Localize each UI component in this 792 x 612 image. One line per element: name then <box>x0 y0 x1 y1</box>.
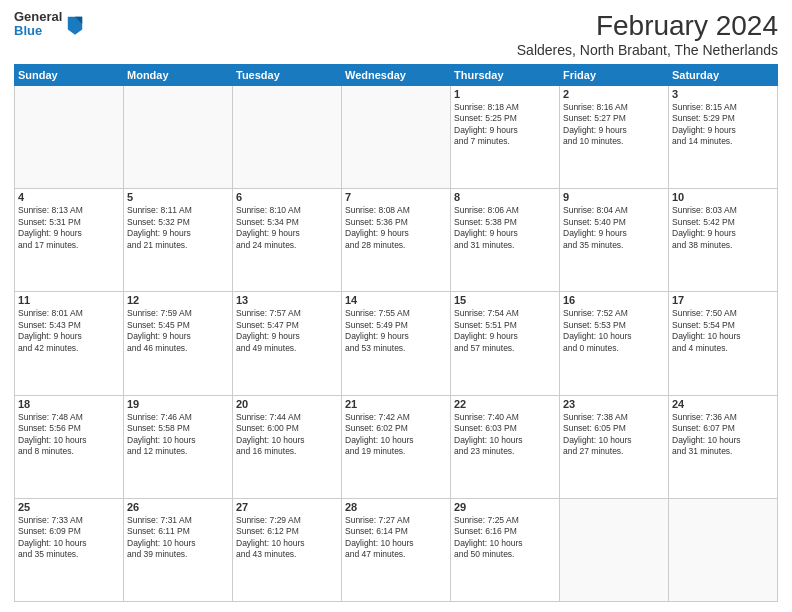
day-info: Sunrise: 8:13 AM Sunset: 5:31 PM Dayligh… <box>18 205 120 251</box>
day-number: 6 <box>236 191 338 203</box>
day-number: 14 <box>345 294 447 306</box>
day-info: Sunrise: 8:08 AM Sunset: 5:36 PM Dayligh… <box>345 205 447 251</box>
col-wednesday: Wednesday <box>342 65 451 86</box>
table-row: 6Sunrise: 8:10 AM Sunset: 5:34 PM Daylig… <box>233 189 342 292</box>
table-row: 24Sunrise: 7:36 AM Sunset: 6:07 PM Dayli… <box>669 395 778 498</box>
day-info: Sunrise: 7:25 AM Sunset: 6:16 PM Dayligh… <box>454 515 556 561</box>
day-info: Sunrise: 8:06 AM Sunset: 5:38 PM Dayligh… <box>454 205 556 251</box>
logo-text: General Blue <box>14 10 62 39</box>
day-info: Sunrise: 7:33 AM Sunset: 6:09 PM Dayligh… <box>18 515 120 561</box>
table-row <box>124 86 233 189</box>
day-number: 29 <box>454 501 556 513</box>
day-number: 26 <box>127 501 229 513</box>
day-info: Sunrise: 7:46 AM Sunset: 5:58 PM Dayligh… <box>127 412 229 458</box>
day-number: 24 <box>672 398 774 410</box>
day-info: Sunrise: 8:16 AM Sunset: 5:27 PM Dayligh… <box>563 102 665 148</box>
day-number: 25 <box>18 501 120 513</box>
col-friday: Friday <box>560 65 669 86</box>
day-number: 9 <box>563 191 665 203</box>
day-info: Sunrise: 8:04 AM Sunset: 5:40 PM Dayligh… <box>563 205 665 251</box>
col-thursday: Thursday <box>451 65 560 86</box>
calendar-week-row: 25Sunrise: 7:33 AM Sunset: 6:09 PM Dayli… <box>15 498 778 601</box>
day-number: 2 <box>563 88 665 100</box>
day-number: 21 <box>345 398 447 410</box>
day-info: Sunrise: 7:50 AM Sunset: 5:54 PM Dayligh… <box>672 308 774 354</box>
day-number: 10 <box>672 191 774 203</box>
day-number: 1 <box>454 88 556 100</box>
table-row: 2Sunrise: 8:16 AM Sunset: 5:27 PM Daylig… <box>560 86 669 189</box>
page-title: February 2024 <box>517 10 778 42</box>
day-info: Sunrise: 8:15 AM Sunset: 5:29 PM Dayligh… <box>672 102 774 148</box>
table-row: 27Sunrise: 7:29 AM Sunset: 6:12 PM Dayli… <box>233 498 342 601</box>
table-row: 22Sunrise: 7:40 AM Sunset: 6:03 PM Dayli… <box>451 395 560 498</box>
table-row: 16Sunrise: 7:52 AM Sunset: 5:53 PM Dayli… <box>560 292 669 395</box>
title-block: February 2024 Salderes, North Brabant, T… <box>517 10 778 58</box>
table-row: 13Sunrise: 7:57 AM Sunset: 5:47 PM Dayli… <box>233 292 342 395</box>
col-tuesday: Tuesday <box>233 65 342 86</box>
table-row: 5Sunrise: 8:11 AM Sunset: 5:32 PM Daylig… <box>124 189 233 292</box>
day-number: 3 <box>672 88 774 100</box>
day-info: Sunrise: 7:55 AM Sunset: 5:49 PM Dayligh… <box>345 308 447 354</box>
day-number: 7 <box>345 191 447 203</box>
col-monday: Monday <box>124 65 233 86</box>
day-info: Sunrise: 7:27 AM Sunset: 6:14 PM Dayligh… <box>345 515 447 561</box>
day-info: Sunrise: 7:40 AM Sunset: 6:03 PM Dayligh… <box>454 412 556 458</box>
day-info: Sunrise: 7:42 AM Sunset: 6:02 PM Dayligh… <box>345 412 447 458</box>
day-info: Sunrise: 7:48 AM Sunset: 5:56 PM Dayligh… <box>18 412 120 458</box>
table-row: 10Sunrise: 8:03 AM Sunset: 5:42 PM Dayli… <box>669 189 778 292</box>
day-info: Sunrise: 7:31 AM Sunset: 6:11 PM Dayligh… <box>127 515 229 561</box>
day-number: 15 <box>454 294 556 306</box>
logo-icon <box>66 13 84 35</box>
day-info: Sunrise: 7:57 AM Sunset: 5:47 PM Dayligh… <box>236 308 338 354</box>
table-row: 17Sunrise: 7:50 AM Sunset: 5:54 PM Dayli… <box>669 292 778 395</box>
calendar-table: Sunday Monday Tuesday Wednesday Thursday… <box>14 64 778 602</box>
day-info: Sunrise: 7:52 AM Sunset: 5:53 PM Dayligh… <box>563 308 665 354</box>
table-row: 8Sunrise: 8:06 AM Sunset: 5:38 PM Daylig… <box>451 189 560 292</box>
col-sunday: Sunday <box>15 65 124 86</box>
day-number: 20 <box>236 398 338 410</box>
table-row: 19Sunrise: 7:46 AM Sunset: 5:58 PM Dayli… <box>124 395 233 498</box>
calendar-week-row: 18Sunrise: 7:48 AM Sunset: 5:56 PM Dayli… <box>15 395 778 498</box>
day-number: 27 <box>236 501 338 513</box>
day-info: Sunrise: 8:03 AM Sunset: 5:42 PM Dayligh… <box>672 205 774 251</box>
logo-line2: Blue <box>14 24 62 38</box>
table-row: 18Sunrise: 7:48 AM Sunset: 5:56 PM Dayli… <box>15 395 124 498</box>
table-row <box>233 86 342 189</box>
logo-line1: General <box>14 10 62 24</box>
day-info: Sunrise: 7:44 AM Sunset: 6:00 PM Dayligh… <box>236 412 338 458</box>
table-row: 15Sunrise: 7:54 AM Sunset: 5:51 PM Dayli… <box>451 292 560 395</box>
day-number: 8 <box>454 191 556 203</box>
table-row: 3Sunrise: 8:15 AM Sunset: 5:29 PM Daylig… <box>669 86 778 189</box>
day-info: Sunrise: 8:10 AM Sunset: 5:34 PM Dayligh… <box>236 205 338 251</box>
table-row: 23Sunrise: 7:38 AM Sunset: 6:05 PM Dayli… <box>560 395 669 498</box>
day-number: 22 <box>454 398 556 410</box>
table-row: 12Sunrise: 7:59 AM Sunset: 5:45 PM Dayli… <box>124 292 233 395</box>
table-row: 1Sunrise: 8:18 AM Sunset: 5:25 PM Daylig… <box>451 86 560 189</box>
day-number: 11 <box>18 294 120 306</box>
day-number: 16 <box>563 294 665 306</box>
calendar-week-row: 1Sunrise: 8:18 AM Sunset: 5:25 PM Daylig… <box>15 86 778 189</box>
table-row: 28Sunrise: 7:27 AM Sunset: 6:14 PM Dayli… <box>342 498 451 601</box>
col-saturday: Saturday <box>669 65 778 86</box>
table-row: 29Sunrise: 7:25 AM Sunset: 6:16 PM Dayli… <box>451 498 560 601</box>
page-subtitle: Salderes, North Brabant, The Netherlands <box>517 42 778 58</box>
day-info: Sunrise: 7:29 AM Sunset: 6:12 PM Dayligh… <box>236 515 338 561</box>
table-row <box>342 86 451 189</box>
day-info: Sunrise: 8:18 AM Sunset: 5:25 PM Dayligh… <box>454 102 556 148</box>
table-row: 26Sunrise: 7:31 AM Sunset: 6:11 PM Dayli… <box>124 498 233 601</box>
calendar-week-row: 11Sunrise: 8:01 AM Sunset: 5:43 PM Dayli… <box>15 292 778 395</box>
day-info: Sunrise: 7:36 AM Sunset: 6:07 PM Dayligh… <box>672 412 774 458</box>
calendar-week-row: 4Sunrise: 8:13 AM Sunset: 5:31 PM Daylig… <box>15 189 778 292</box>
table-row: 14Sunrise: 7:55 AM Sunset: 5:49 PM Dayli… <box>342 292 451 395</box>
day-number: 12 <box>127 294 229 306</box>
table-row: 7Sunrise: 8:08 AM Sunset: 5:36 PM Daylig… <box>342 189 451 292</box>
table-row: 4Sunrise: 8:13 AM Sunset: 5:31 PM Daylig… <box>15 189 124 292</box>
day-number: 28 <box>345 501 447 513</box>
day-number: 17 <box>672 294 774 306</box>
table-row <box>669 498 778 601</box>
table-row <box>15 86 124 189</box>
page: General Blue February 2024 Salderes, Nor… <box>0 0 792 612</box>
day-info: Sunrise: 8:01 AM Sunset: 5:43 PM Dayligh… <box>18 308 120 354</box>
table-row: 11Sunrise: 8:01 AM Sunset: 5:43 PM Dayli… <box>15 292 124 395</box>
table-row: 20Sunrise: 7:44 AM Sunset: 6:00 PM Dayli… <box>233 395 342 498</box>
